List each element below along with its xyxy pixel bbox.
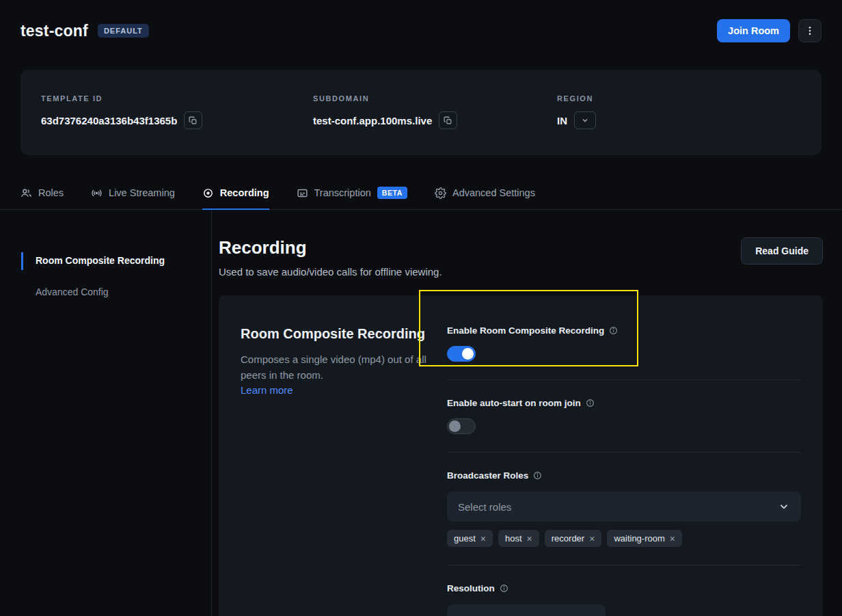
resolution-select[interactable]: 1280x720	[447, 604, 606, 616]
caption-icon	[297, 187, 308, 199]
chevron-down-icon	[582, 613, 595, 616]
sidebar-item-room-composite-recording[interactable]: Room Composite Recording	[21, 252, 211, 270]
tab-label: Recording	[220, 187, 269, 198]
more-options-button[interactable]	[798, 19, 821, 42]
enable-recording-label: Enable Room Composite Recording	[447, 325, 604, 336]
main-title: Recording	[219, 237, 442, 258]
template-id-label: TEMPLATE ID	[41, 94, 313, 103]
card-fields-column: Enable Room Composite Recording Enable a…	[447, 325, 801, 616]
sidebar-item-advanced-config[interactable]: Advanced Config	[21, 284, 211, 302]
main-heading-block: Recording Used to save audio/video calls…	[219, 237, 442, 278]
info-icon[interactable]	[609, 326, 618, 335]
room-composite-recording-card: Room Composite Recording Composes a sing…	[219, 295, 823, 616]
chevron-down-icon	[778, 500, 790, 513]
resolution-label: Resolution	[447, 583, 495, 593]
remove-tag-icon[interactable]: ×	[670, 534, 675, 544]
tab-label: Roles	[38, 187, 64, 198]
page-title: test-conf	[21, 22, 88, 40]
copy-template-id-button[interactable]	[184, 111, 202, 129]
template-info-card: TEMPLATE ID 63d7376240a3136b43f1365b SUB…	[21, 70, 821, 155]
dashboard-page: test-conf DEFAULT Join Room TEMPLATE ID …	[0, 0, 842, 616]
copy-subdomain-button[interactable]	[439, 111, 457, 129]
join-room-button[interactable]: Join Room	[717, 19, 790, 42]
toggle-knob	[449, 420, 461, 432]
region-label: REGION	[557, 94, 801, 103]
copy-icon	[444, 116, 452, 125]
template-id-block: TEMPLATE ID 63d7376240a3136b43f1365b	[41, 94, 313, 129]
tab-transcription[interactable]: Transcription BETA	[297, 187, 408, 210]
role-tag: waiting-room ×	[607, 530, 682, 547]
region-block: REGION IN	[557, 94, 801, 129]
broadcaster-roles-field: Broadcaster Roles Select roles	[447, 453, 801, 565]
header: test-conf DEFAULT Join Room	[0, 0, 842, 42]
remove-tag-icon[interactable]: ×	[480, 534, 486, 544]
role-tag: recorder ×	[545, 530, 602, 547]
subdomain-value: test-conf.app.100ms.live	[313, 115, 432, 126]
remove-tag-icon[interactable]: ×	[527, 534, 532, 544]
region-select[interactable]	[574, 111, 596, 129]
template-id-value: 63d7376240a3136b43f1365b	[41, 115, 177, 126]
role-tag-label: guest	[454, 533, 476, 544]
tab-roles[interactable]: Roles	[21, 187, 64, 210]
selected-role-tags: guest × host × recorder ×	[447, 530, 801, 547]
role-tag-label: waiting-room	[614, 533, 664, 544]
enable-recording-field: Enable Room Composite Recording	[447, 325, 801, 380]
content: Room Composite Recording Advanced Config…	[0, 210, 842, 616]
record-icon	[202, 187, 214, 199]
card-section-title: Room Composite Recording	[241, 325, 426, 343]
enable-recording-toggle[interactable]	[447, 346, 476, 362]
read-guide-button[interactable]: Read Guide	[741, 237, 823, 265]
remove-tag-icon[interactable]: ×	[589, 534, 595, 544]
role-tag-label: recorder	[552, 533, 584, 544]
region-value: IN	[557, 115, 567, 126]
tab-recording[interactable]: Recording	[202, 187, 269, 210]
kebab-menu-icon	[804, 25, 815, 36]
auto-start-label: Enable auto-start on room join	[447, 398, 581, 408]
card-description-column: Room Composite Recording Composes a sing…	[241, 325, 426, 616]
resolution-value: 1280x720	[458, 614, 504, 616]
header-actions: Join Room	[717, 19, 821, 42]
roles-icon	[21, 187, 32, 199]
chevron-down-icon	[581, 116, 589, 124]
tab-live-streaming[interactable]: Live Streaming	[91, 187, 175, 210]
tab-advanced-settings[interactable]: Advanced Settings	[435, 187, 535, 210]
main-panel: Recording Used to save audio/video calls…	[212, 210, 823, 616]
tab-label: Transcription	[314, 187, 371, 198]
auto-start-field: Enable auto-start on room join	[447, 380, 801, 453]
tab-bar: Roles Live Streaming Recording Transcrip…	[0, 187, 842, 210]
default-badge: DEFAULT	[98, 24, 149, 38]
learn-more-link[interactable]: Learn more	[241, 384, 293, 396]
subdomain-block: SUBDOMAIN test-conf.app.100ms.live	[313, 94, 557, 129]
broadcaster-roles-select[interactable]: Select roles	[447, 492, 801, 522]
role-tag-label: host	[505, 533, 522, 544]
info-icon[interactable]	[586, 399, 595, 407]
broadcaster-roles-label: Broadcaster Roles	[447, 470, 528, 481]
subdomain-label: SUBDOMAIN	[313, 94, 557, 103]
recording-sidebar: Room Composite Recording Advanced Config	[21, 210, 212, 616]
main-subtitle: Used to save audio/video calls for offli…	[219, 266, 442, 278]
resolution-field: Resolution 1280x720	[447, 565, 801, 616]
role-tag: guest ×	[447, 530, 493, 547]
broadcast-icon	[91, 187, 103, 199]
info-icon[interactable]	[500, 584, 508, 593]
select-placeholder: Select roles	[458, 501, 511, 513]
role-tag: host ×	[498, 530, 539, 547]
tab-label: Advanced Settings	[452, 187, 535, 198]
toggle-knob	[462, 348, 474, 360]
beta-badge: BETA	[377, 187, 407, 199]
card-section-description: Composes a single video (mp4) out of all…	[241, 352, 426, 399]
gear-icon	[435, 187, 446, 199]
auto-start-toggle[interactable]	[447, 418, 476, 434]
tab-label: Live Streaming	[109, 187, 175, 198]
info-icon[interactable]	[533, 471, 542, 480]
description-text: Composes a single video (mp4) out of all…	[241, 353, 426, 381]
copy-icon	[189, 116, 198, 125]
